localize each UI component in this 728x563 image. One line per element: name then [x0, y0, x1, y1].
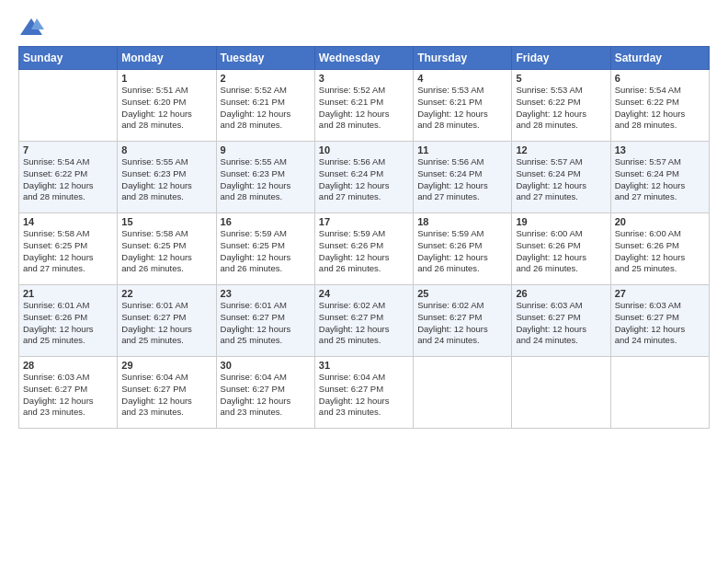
calendar-cell: 6Sunrise: 5:54 AMSunset: 6:22 PMDaylight…	[610, 70, 709, 142]
day-content: Sunrise: 5:57 AMSunset: 6:24 PMDaylight:…	[615, 156, 705, 203]
day-content: Sunrise: 5:59 AMSunset: 6:25 PMDaylight:…	[221, 228, 311, 275]
day-number: 18	[417, 216, 507, 227]
day-number: 23	[221, 288, 311, 299]
day-number: 29	[121, 360, 211, 371]
calendar-cell: 15Sunrise: 5:58 AMSunset: 6:25 PMDayligh…	[118, 213, 216, 285]
calendar-cell: 25Sunrise: 6:02 AMSunset: 6:27 PMDayligh…	[414, 285, 512, 357]
day-number: 7	[23, 144, 113, 155]
day-number: 28	[23, 360, 113, 371]
day-content: Sunrise: 6:02 AMSunset: 6:27 PMDaylight:…	[319, 300, 409, 347]
day-number: 9	[221, 144, 311, 155]
calendar-week-3: 14Sunrise: 5:58 AMSunset: 6:25 PMDayligh…	[19, 213, 710, 285]
calendar-cell: 13Sunrise: 5:57 AMSunset: 6:24 PMDayligh…	[610, 142, 709, 213]
page-container: SundayMondayTuesdayWednesdayThursdayFrid…	[0, 0, 728, 438]
day-number: 27	[615, 288, 705, 299]
calendar-cell: 9Sunrise: 5:55 AMSunset: 6:23 PMDaylight…	[216, 142, 314, 213]
column-header-wednesday: Wednesday	[314, 47, 413, 70]
day-content: Sunrise: 5:58 AMSunset: 6:25 PMDaylight:…	[23, 228, 113, 275]
day-content: Sunrise: 5:53 AMSunset: 6:22 PMDaylight:…	[516, 85, 606, 132]
calendar-table: SundayMondayTuesdayWednesdayThursdayFrid…	[18, 46, 710, 429]
calendar-cell: 1Sunrise: 5:51 AMSunset: 6:20 PMDaylight…	[118, 70, 216, 142]
logo-icon	[18, 17, 44, 39]
calendar-cell: 16Sunrise: 5:59 AMSunset: 6:25 PMDayligh…	[216, 213, 314, 285]
day-content: Sunrise: 5:54 AMSunset: 6:22 PMDaylight:…	[23, 156, 113, 203]
day-content: Sunrise: 5:59 AMSunset: 6:26 PMDaylight:…	[417, 228, 507, 275]
calendar-cell: 29Sunrise: 6:04 AMSunset: 6:27 PMDayligh…	[118, 357, 216, 429]
day-number: 15	[121, 216, 211, 227]
day-content: Sunrise: 5:56 AMSunset: 6:24 PMDaylight:…	[417, 156, 507, 203]
day-number: 20	[615, 216, 705, 227]
day-number: 13	[615, 144, 705, 155]
calendar-cell: 21Sunrise: 6:01 AMSunset: 6:26 PMDayligh…	[19, 285, 118, 357]
day-content: Sunrise: 5:58 AMSunset: 6:25 PMDaylight:…	[121, 228, 211, 275]
day-number: 19	[516, 216, 606, 227]
day-number: 22	[121, 288, 211, 299]
day-number: 17	[319, 216, 409, 227]
day-number: 25	[417, 288, 507, 299]
column-header-tuesday: Tuesday	[216, 47, 314, 70]
calendar-cell	[414, 357, 512, 429]
calendar-cell: 23Sunrise: 6:01 AMSunset: 6:27 PMDayligh…	[216, 285, 314, 357]
day-content: Sunrise: 6:03 AMSunset: 6:27 PMDaylight:…	[516, 300, 606, 347]
calendar-cell: 8Sunrise: 5:55 AMSunset: 6:23 PMDaylight…	[118, 142, 216, 213]
calendar-cell: 2Sunrise: 5:52 AMSunset: 6:21 PMDaylight…	[216, 70, 314, 142]
calendar-cell: 26Sunrise: 6:03 AMSunset: 6:27 PMDayligh…	[512, 285, 610, 357]
calendar-cell: 20Sunrise: 6:00 AMSunset: 6:26 PMDayligh…	[610, 213, 709, 285]
day-number: 14	[23, 216, 113, 227]
day-content: Sunrise: 5:55 AMSunset: 6:23 PMDaylight:…	[221, 156, 311, 203]
calendar-header-row: SundayMondayTuesdayWednesdayThursdayFrid…	[19, 47, 710, 70]
day-number: 1	[121, 73, 211, 84]
day-number: 5	[516, 73, 606, 84]
calendar-cell: 11Sunrise: 5:56 AMSunset: 6:24 PMDayligh…	[414, 142, 512, 213]
calendar-week-5: 28Sunrise: 6:03 AMSunset: 6:27 PMDayligh…	[19, 357, 710, 429]
day-content: Sunrise: 6:04 AMSunset: 6:27 PMDaylight:…	[319, 372, 409, 419]
calendar-cell	[512, 357, 610, 429]
column-header-sunday: Sunday	[19, 47, 118, 70]
header	[18, 17, 710, 39]
day-content: Sunrise: 5:59 AMSunset: 6:26 PMDaylight:…	[319, 228, 409, 275]
day-number: 11	[417, 144, 507, 155]
day-content: Sunrise: 5:54 AMSunset: 6:22 PMDaylight:…	[615, 85, 705, 132]
calendar-cell: 30Sunrise: 6:04 AMSunset: 6:27 PMDayligh…	[216, 357, 314, 429]
day-number: 16	[221, 216, 311, 227]
day-number: 3	[319, 73, 409, 84]
day-number: 10	[319, 144, 409, 155]
column-header-monday: Monday	[118, 47, 216, 70]
day-content: Sunrise: 5:51 AMSunset: 6:20 PMDaylight:…	[121, 85, 211, 132]
day-number: 6	[615, 73, 705, 84]
calendar-cell: 18Sunrise: 5:59 AMSunset: 6:26 PMDayligh…	[414, 213, 512, 285]
day-number: 30	[221, 360, 311, 371]
day-number: 31	[319, 360, 409, 371]
calendar-body: 1Sunrise: 5:51 AMSunset: 6:20 PMDaylight…	[19, 70, 710, 429]
calendar-cell: 12Sunrise: 5:57 AMSunset: 6:24 PMDayligh…	[512, 142, 610, 213]
column-header-saturday: Saturday	[610, 47, 709, 70]
calendar-cell: 22Sunrise: 6:01 AMSunset: 6:27 PMDayligh…	[118, 285, 216, 357]
calendar-cell: 3Sunrise: 5:52 AMSunset: 6:21 PMDaylight…	[314, 70, 413, 142]
calendar-week-4: 21Sunrise: 6:01 AMSunset: 6:26 PMDayligh…	[19, 285, 710, 357]
calendar-cell: 27Sunrise: 6:03 AMSunset: 6:27 PMDayligh…	[610, 285, 709, 357]
calendar-cell: 14Sunrise: 5:58 AMSunset: 6:25 PMDayligh…	[19, 213, 118, 285]
day-number: 2	[221, 73, 311, 84]
day-content: Sunrise: 6:03 AMSunset: 6:27 PMDaylight:…	[23, 372, 113, 419]
day-content: Sunrise: 6:02 AMSunset: 6:27 PMDaylight:…	[417, 300, 507, 347]
day-number: 24	[319, 288, 409, 299]
day-content: Sunrise: 5:53 AMSunset: 6:21 PMDaylight:…	[417, 85, 507, 132]
calendar-week-1: 1Sunrise: 5:51 AMSunset: 6:20 PMDaylight…	[19, 70, 710, 142]
day-content: Sunrise: 5:52 AMSunset: 6:21 PMDaylight:…	[221, 85, 311, 132]
calendar-cell: 19Sunrise: 6:00 AMSunset: 6:26 PMDayligh…	[512, 213, 610, 285]
day-content: Sunrise: 6:04 AMSunset: 6:27 PMDaylight:…	[221, 372, 311, 419]
column-header-thursday: Thursday	[414, 47, 512, 70]
day-content: Sunrise: 6:00 AMSunset: 6:26 PMDaylight:…	[615, 228, 705, 275]
day-number: 8	[121, 144, 211, 155]
calendar-cell	[610, 357, 709, 429]
day-number: 26	[516, 288, 606, 299]
calendar-cell: 10Sunrise: 5:56 AMSunset: 6:24 PMDayligh…	[314, 142, 413, 213]
day-content: Sunrise: 6:01 AMSunset: 6:27 PMDaylight:…	[121, 300, 211, 347]
calendar-cell: 5Sunrise: 5:53 AMSunset: 6:22 PMDaylight…	[512, 70, 610, 142]
day-content: Sunrise: 5:56 AMSunset: 6:24 PMDaylight:…	[319, 156, 409, 203]
calendar-cell	[19, 70, 118, 142]
calendar-cell: 7Sunrise: 5:54 AMSunset: 6:22 PMDaylight…	[19, 142, 118, 213]
day-content: Sunrise: 5:57 AMSunset: 6:24 PMDaylight:…	[516, 156, 606, 203]
calendar-cell: 17Sunrise: 5:59 AMSunset: 6:26 PMDayligh…	[314, 213, 413, 285]
day-number: 12	[516, 144, 606, 155]
